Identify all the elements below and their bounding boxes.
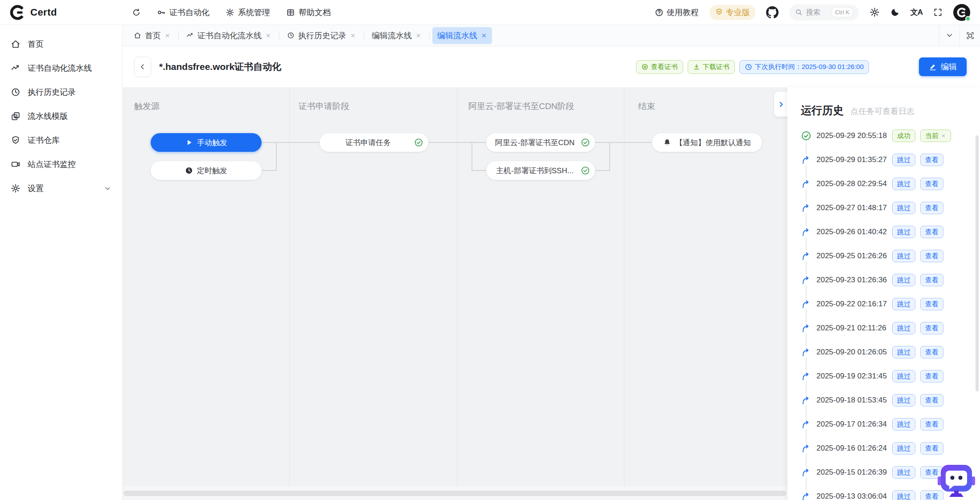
view-log-button[interactable]: 查看: [920, 346, 943, 358]
badge-close-icon[interactable]: [941, 133, 946, 138]
chevron-left-icon: [139, 63, 147, 71]
brand[interactable]: Certd: [10, 5, 57, 20]
sidebar-item[interactable]: 首页: [0, 32, 122, 56]
pipeline-task-node[interactable]: 主机-部署证书到SSH...: [486, 161, 595, 180]
search-field[interactable]: [806, 8, 828, 16]
view-log-button[interactable]: 查看: [920, 418, 943, 431]
horizontal-scrollbar-thumb[interactable]: [123, 491, 786, 496]
view-log-button[interactable]: 查看: [920, 274, 943, 286]
tabbar-controls: [939, 25, 980, 46]
book-icon: [286, 8, 295, 17]
search-input[interactable]: Ctrl K: [789, 4, 859, 20]
cert-view-icon: [641, 63, 648, 70]
fullscreen-icon[interactable]: [933, 8, 943, 17]
view-log-button[interactable]: 查看: [920, 226, 943, 238]
sidebar-item[interactable]: 证书仓库: [0, 128, 122, 152]
tab-close-icon[interactable]: [481, 33, 487, 39]
pipeline-task-node[interactable]: 【通知】使用默认通知: [652, 133, 762, 152]
content-fullscreen-button[interactable]: [959, 25, 980, 46]
run-skipped-icon: [801, 491, 812, 500]
tabs-dropdown-button[interactable]: [939, 25, 959, 46]
view-log-button[interactable]: 查看: [920, 202, 943, 214]
tab-active[interactable]: 编辑流水线: [432, 27, 492, 44]
history-entry-row: 2025-09-23 01:26:36跳过查看: [801, 268, 975, 292]
task-success-icon: [414, 138, 423, 147]
badge-label: 跳过: [897, 228, 910, 236]
view-log-button[interactable]: 查看: [920, 154, 943, 166]
tutorial-link[interactable]: 使用教程: [655, 7, 699, 18]
badge-label: 查看: [925, 492, 939, 500]
nav-menu-item[interactable]: 证书自动化: [157, 7, 209, 18]
run-skipped-icon: [801, 419, 812, 430]
refresh-button[interactable]: [132, 8, 141, 17]
view-log-button[interactable]: 查看: [920, 370, 943, 382]
vertical-scrollbar-thumb[interactable]: [976, 135, 979, 391]
view-log-button[interactable]: 查看: [920, 178, 943, 190]
expand-icon: [966, 31, 975, 40]
run-timestamp: 2025-09-19 02:31:45: [816, 372, 887, 381]
history-list: 2025-09-29 20:55:18成功当前2025-09-29 01:35:…: [801, 124, 975, 500]
download-cert-button[interactable]: 下载证书: [688, 60, 735, 74]
task-label: 定时触发: [197, 166, 227, 176]
pipeline-task-node[interactable]: 阿里云-部署证书至CDN: [486, 133, 595, 152]
stage-title: 阿里云-部署证书至CDN阶段: [468, 101, 574, 112]
dark-mode-moon-icon[interactable]: [890, 8, 900, 17]
tab-1[interactable]: 证书自动化流水线: [181, 27, 276, 44]
sidebar-item[interactable]: 执行历史记录: [0, 80, 122, 104]
badge-label: 跳过: [897, 396, 910, 405]
tab-2[interactable]: 执行历史记录: [282, 27, 361, 44]
next-run-label: 下次执行时间：2025-09-30 01:26:00: [755, 63, 864, 71]
nav-menu-label: 系统管理: [238, 7, 270, 18]
tab-close-icon[interactable]: [164, 33, 171, 39]
nav-menu-item[interactable]: 系统管理: [226, 7, 270, 18]
tab-close-icon[interactable]: [415, 33, 422, 39]
run-timestamp: 2025-09-13 03:06:04: [816, 492, 887, 500]
task-label: 阿里云-部署证书至CDN: [495, 138, 575, 148]
badge-label: 跳过: [897, 156, 910, 164]
nav-menu-item[interactable]: 帮助文档: [286, 7, 331, 18]
github-icon[interactable]: [766, 6, 779, 19]
pencil-icon: [929, 63, 937, 71]
language-translate-icon[interactable]: 文A: [910, 7, 923, 17]
run-skipped-icon: [801, 154, 812, 165]
view-log-button[interactable]: 查看: [920, 250, 943, 262]
tab-close-icon[interactable]: [265, 33, 271, 39]
run-skipped-icon: [801, 323, 812, 333]
chat-robot-widget[interactable]: [937, 462, 976, 498]
run-status-badge: 跳过: [892, 370, 915, 382]
chevron-down-icon: [945, 31, 954, 40]
view-log-button[interactable]: 查看: [920, 394, 943, 407]
run-status-badge: 跳过: [892, 178, 915, 190]
view-log-button[interactable]: 查看: [920, 442, 943, 455]
pipeline-task-node[interactable]: 手动触发: [151, 133, 262, 152]
pipeline-task-node[interactable]: 证书申请任务: [320, 133, 428, 152]
settings-gear-icon[interactable]: [869, 7, 880, 17]
sidebar-item[interactable]: 站点证书监控: [0, 152, 122, 176]
view-log-button[interactable]: 查看: [920, 322, 943, 334]
edit-button[interactable]: 编辑: [919, 57, 967, 76]
run-timestamp: 2025-09-20 01:26:05: [816, 348, 887, 357]
template-icon: [11, 111, 21, 121]
view-cert-button[interactable]: 查看证书: [636, 60, 683, 74]
robot-eye: [958, 476, 962, 480]
badge-label: 查看: [925, 420, 939, 429]
sidebar-item[interactable]: 设置: [0, 176, 122, 200]
history-panel-toggle[interactable]: [774, 92, 787, 117]
back-button[interactable]: [134, 57, 151, 77]
sidebar-item[interactable]: 证书自动化流水线: [0, 56, 122, 80]
tab-3[interactable]: 编辑流水线: [367, 27, 426, 44]
badge-label: 成功: [897, 132, 910, 140]
chevron-right-icon: [777, 101, 785, 108]
user-avatar[interactable]: [953, 4, 970, 21]
pro-badge-icon: [715, 8, 723, 16]
tab-label: 证书自动化流水线: [197, 30, 262, 41]
pipeline-task-node[interactable]: 定时触发: [151, 161, 262, 180]
clock-icon: [745, 63, 752, 71]
tab-close-icon[interactable]: [350, 33, 356, 39]
view-log-button[interactable]: 查看: [920, 298, 943, 310]
pro-version-badge[interactable]: 专业版: [709, 5, 755, 20]
sidebar-item[interactable]: 流水线模版: [0, 104, 122, 128]
run-success-icon: [801, 130, 812, 141]
run-status-badge[interactable]: 当前: [920, 130, 951, 142]
tab-0[interactable]: 首页: [129, 27, 176, 44]
